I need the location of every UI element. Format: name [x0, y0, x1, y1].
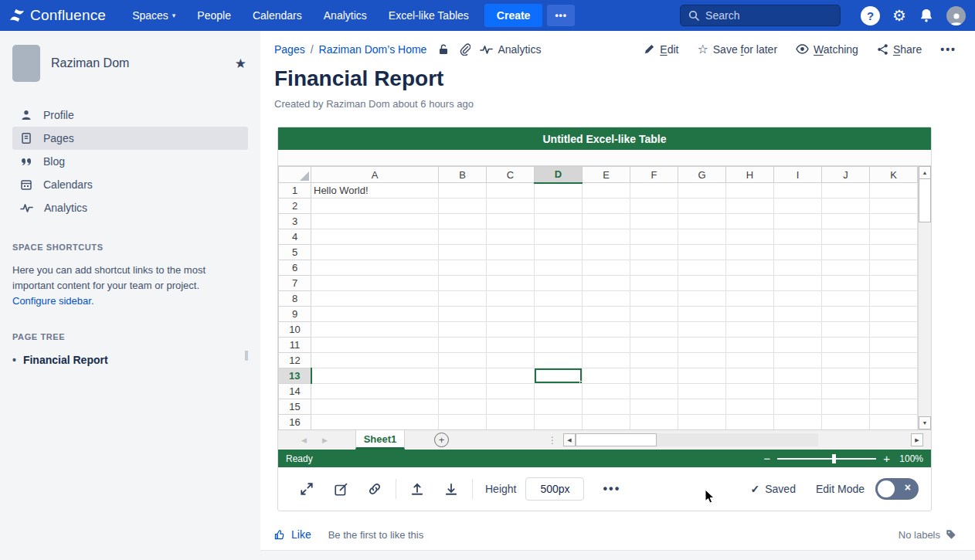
- cell-K4[interactable]: [870, 229, 918, 245]
- cell-B15[interactable]: [439, 399, 487, 415]
- user-avatar[interactable]: [946, 6, 966, 25]
- cell-F8[interactable]: [630, 291, 678, 307]
- row-header-5[interactable]: 5: [279, 245, 311, 260]
- edit-mode-toggle[interactable]: ×: [875, 478, 919, 500]
- row-header-2[interactable]: 2: [279, 199, 311, 214]
- sidebar-resize-handle[interactable]: ∥: [244, 349, 250, 361]
- cell-H13[interactable]: [726, 368, 774, 384]
- row-header-1[interactable]: 1: [279, 183, 311, 199]
- height-input[interactable]: [525, 477, 584, 501]
- cell-C4[interactable]: [487, 229, 535, 245]
- macro-more-icon[interactable]: •••: [603, 482, 620, 496]
- cell-H7[interactable]: [726, 276, 774, 291]
- cell-H15[interactable]: [726, 399, 774, 415]
- cell-D2[interactable]: [535, 199, 583, 214]
- sheet-nav-right-icon[interactable]: ▶: [322, 436, 328, 444]
- cell-C9[interactable]: [487, 307, 535, 322]
- search-box[interactable]: [680, 5, 841, 26]
- help-icon[interactable]: ?: [861, 6, 880, 25]
- cell-E3[interactable]: [583, 214, 630, 229]
- cell-G11[interactable]: [678, 338, 726, 353]
- cell-A10[interactable]: [311, 322, 439, 338]
- cell-K1[interactable]: [870, 183, 918, 199]
- cell-G1[interactable]: [678, 183, 726, 199]
- nav-more-icon[interactable]: •••: [547, 5, 575, 26]
- breadcrumb-home-link[interactable]: Raziman Dom’s Home: [319, 43, 427, 56]
- cell-B9[interactable]: [439, 307, 487, 322]
- cell-F1[interactable]: [630, 183, 678, 199]
- cell-J8[interactable]: [822, 291, 870, 307]
- link-icon[interactable]: [366, 482, 383, 496]
- cell-C14[interactable]: [487, 384, 535, 399]
- breadcrumb-pages-link[interactable]: Pages: [274, 43, 305, 56]
- zoom-in-icon[interactable]: +: [883, 453, 890, 464]
- vertical-scrollbar[interactable]: ▲ ▼: [918, 166, 931, 429]
- cell-D1[interactable]: [535, 183, 583, 199]
- horizontal-scrollbar[interactable]: ◀: [563, 430, 818, 450]
- cell-F7[interactable]: [630, 276, 678, 291]
- sheet-table[interactable]: ABCDEFGHIJK1Hello World!2345678910111213…: [278, 166, 918, 429]
- cell-K9[interactable]: [870, 307, 918, 322]
- cell-E1[interactable]: [583, 183, 630, 199]
- column-header-I[interactable]: I: [774, 167, 822, 183]
- row-header-10[interactable]: 10: [279, 322, 311, 338]
- hscroll-left-icon[interactable]: ◀: [563, 433, 576, 446]
- cell-A3[interactable]: [311, 214, 439, 229]
- cell-K11[interactable]: [870, 338, 918, 353]
- cell-E16[interactable]: [583, 415, 630, 430]
- cell-K2[interactable]: [870, 199, 918, 214]
- favorite-star-icon[interactable]: ★: [235, 56, 246, 72]
- cell-B12[interactable]: [439, 353, 487, 368]
- cell-H11[interactable]: [726, 338, 774, 353]
- cell-G5[interactable]: [678, 245, 726, 260]
- cell-C5[interactable]: [487, 245, 535, 260]
- horizontal-scroll-track[interactable]: [657, 433, 818, 446]
- cell-D11[interactable]: [535, 338, 583, 353]
- cell-E9[interactable]: [583, 307, 630, 322]
- breadcrumb-analytics[interactable]: Analytics: [480, 43, 541, 56]
- cell-G3[interactable]: [678, 214, 726, 229]
- cell-A16[interactable]: [311, 415, 439, 430]
- cell-D8[interactable]: [535, 291, 583, 307]
- cell-C2[interactable]: [487, 199, 535, 214]
- cell-E11[interactable]: [583, 338, 630, 353]
- row-header-4[interactable]: 4: [279, 229, 311, 245]
- nav-item-excel-like-tables[interactable]: Excel-like Tables: [379, 5, 478, 26]
- cell-I14[interactable]: [774, 384, 822, 399]
- sheet-nav-left-icon[interactable]: ◀: [301, 436, 307, 444]
- cell-B14[interactable]: [439, 384, 487, 399]
- row-header-16[interactable]: 16: [279, 415, 311, 430]
- cell-F13[interactable]: [630, 368, 678, 384]
- cell-D12[interactable]: [535, 353, 583, 368]
- sidebar-item-profile[interactable]: Profile: [12, 104, 248, 127]
- cell-J9[interactable]: [822, 307, 870, 322]
- cell-K10[interactable]: [870, 322, 918, 338]
- cell-F3[interactable]: [630, 214, 678, 229]
- cell-E13[interactable]: [583, 368, 630, 384]
- cell-A11[interactable]: [311, 338, 439, 353]
- cell-D6[interactable]: [535, 260, 583, 276]
- upload-icon[interactable]: [409, 482, 426, 496]
- cell-A2[interactable]: [311, 199, 439, 214]
- settings-gear-icon[interactable]: ⚙: [892, 8, 906, 23]
- cell-B2[interactable]: [439, 199, 487, 214]
- nav-item-people[interactable]: People: [188, 5, 240, 26]
- column-header-K[interactable]: K: [870, 167, 918, 183]
- cell-I12[interactable]: [774, 353, 822, 368]
- cell-D3[interactable]: [535, 214, 583, 229]
- cell-G8[interactable]: [678, 291, 726, 307]
- cell-J15[interactable]: [822, 399, 870, 415]
- cell-E12[interactable]: [583, 353, 630, 368]
- row-header-12[interactable]: 12: [279, 353, 311, 368]
- cell-B1[interactable]: [439, 183, 487, 199]
- add-sheet-icon[interactable]: +: [434, 433, 449, 447]
- cell-C1[interactable]: [487, 183, 535, 199]
- zoom-slider-thumb[interactable]: [832, 454, 836, 463]
- cell-B5[interactable]: [439, 245, 487, 260]
- cell-D14[interactable]: [535, 384, 583, 399]
- scroll-up-icon[interactable]: ▲: [919, 166, 931, 179]
- column-header-C[interactable]: C: [487, 167, 535, 183]
- cell-K13[interactable]: [870, 368, 918, 384]
- cell-H16[interactable]: [726, 415, 774, 430]
- cell-J14[interactable]: [822, 384, 870, 399]
